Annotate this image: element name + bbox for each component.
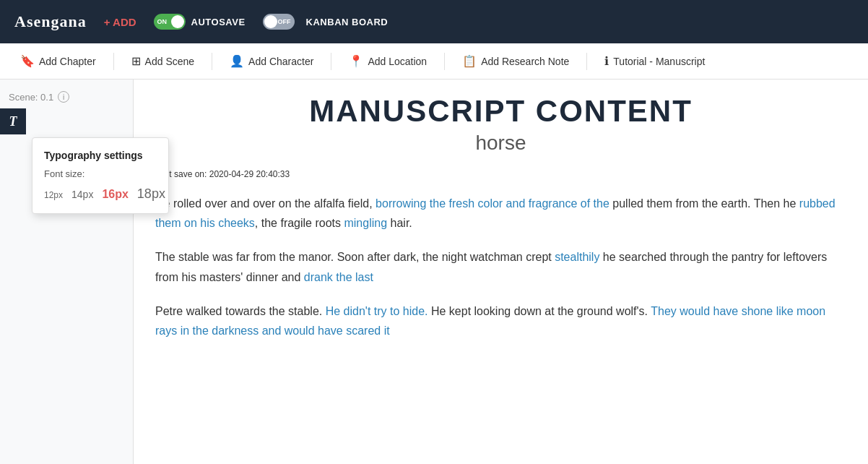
paragraph-2: The stable was far from the manor. Soon … <box>155 247 846 286</box>
add-location-label: Add Location <box>368 56 427 67</box>
divider-3 <box>331 53 331 70</box>
kanban-toggle[interactable]: OFF <box>263 14 295 30</box>
highlight-4: stealthily <box>555 251 599 263</box>
kanban-label: KANBAN BOARD <box>306 17 389 27</box>
info-circle-icon: ℹ <box>604 54 609 68</box>
editor-area[interactable]: MANUSCRIPT CONTENT horse Last save on: 2… <box>134 80 868 464</box>
scene-info-icon[interactable]: i <box>58 91 69 103</box>
action-bar: 🔖 Add Chapter ⊞ Add Scene 👤 Add Characte… <box>0 43 868 80</box>
typography-icon: T <box>9 114 17 129</box>
highlight-1: borrowing the fresh color and fragrance … <box>376 197 609 210</box>
add-chapter-button[interactable]: 🔖 Add Chapter <box>12 50 105 72</box>
location-icon: 📍 <box>349 54 363 68</box>
divider-5 <box>586 53 587 70</box>
scene-icon: ⊞ <box>131 54 141 68</box>
highlight-3: mingling <box>344 217 387 229</box>
app-logo: Asengana <box>14 12 87 31</box>
kanban-off-label: OFF <box>278 18 291 25</box>
font-size-12[interactable]: 12px <box>44 190 63 200</box>
autosave-toggle[interactable]: ON <box>154 14 186 30</box>
kanban-toggle-group: OFF KANBAN BOARD <box>263 14 389 30</box>
autosave-on-label: ON <box>157 18 168 25</box>
add-character-label: Add Character <box>248 56 313 67</box>
add-character-button[interactable]: 👤 Add Character <box>221 50 322 72</box>
paragraph-3: Petre walked towards the stable. He didn… <box>155 301 846 340</box>
font-size-14[interactable]: 14px <box>71 189 93 200</box>
typography-panel: Typography settings Font size: 12px 14px… <box>32 137 169 214</box>
add-chapter-label: Add Chapter <box>39 56 96 67</box>
scene-label: Scene: 0.1 i <box>9 91 124 103</box>
typography-title: Typography settings <box>44 150 157 161</box>
last-save: Last save on: 2020-04-29 20:40:33 <box>155 169 846 179</box>
bookmark-icon: 🔖 <box>20 54 35 68</box>
tutorial-button[interactable]: ℹ Tutorial - Manuscript <box>596 50 713 72</box>
kanban-knob <box>264 15 277 28</box>
divider-2 <box>212 53 212 70</box>
manuscript-subtitle: horse <box>155 132 846 155</box>
add-button[interactable]: + ADD <box>104 16 136 28</box>
add-scene-label: Add Scene <box>145 56 195 67</box>
manuscript-title: MANUSCRIPT CONTENT <box>155 94 846 129</box>
last-save-time: 2020-04-29 20:40:33 <box>209 169 290 179</box>
highlight-7: They would have shone like moon rays in … <box>155 305 825 337</box>
character-icon: 👤 <box>230 54 244 68</box>
add-location-button[interactable]: 📍 Add Location <box>340 50 435 72</box>
add-research-note-button[interactable]: 📋 Add Research Note <box>453 50 578 72</box>
font-size-18[interactable]: 18px <box>137 186 165 202</box>
typography-toggle-button[interactable]: T <box>0 108 26 134</box>
font-size-16[interactable]: 16px <box>102 188 128 201</box>
scene-name: Scene: 0.1 <box>9 92 53 103</box>
main-content: T Typography settings Font size: 12px 14… <box>0 80 868 464</box>
autosave-toggle-group: ON AUTOSAVE <box>154 14 246 30</box>
autosave-knob <box>171 15 184 28</box>
font-sizes: 12px 14px 16px 18px <box>44 186 157 202</box>
paragraph-1: He rolled over and over on the alfalfa f… <box>155 194 846 233</box>
add-research-note-label: Add Research Note <box>481 56 569 67</box>
divider-1 <box>113 53 114 70</box>
autosave-label: AUTOSAVE <box>191 17 246 27</box>
highlight-6: He didn't try to hide. <box>326 305 428 317</box>
add-scene-button[interactable]: ⊞ Add Scene <box>123 50 204 72</box>
divider-4 <box>444 53 445 70</box>
font-size-label: Font size: <box>44 168 157 179</box>
highlight-5: drank the last <box>304 271 373 283</box>
tutorial-label: Tutorial - Manuscript <box>613 56 705 67</box>
research-icon: 📋 <box>462 54 477 68</box>
top-navigation: Asengana + ADD ON AUTOSAVE OFF KANBAN BO… <box>0 0 868 43</box>
